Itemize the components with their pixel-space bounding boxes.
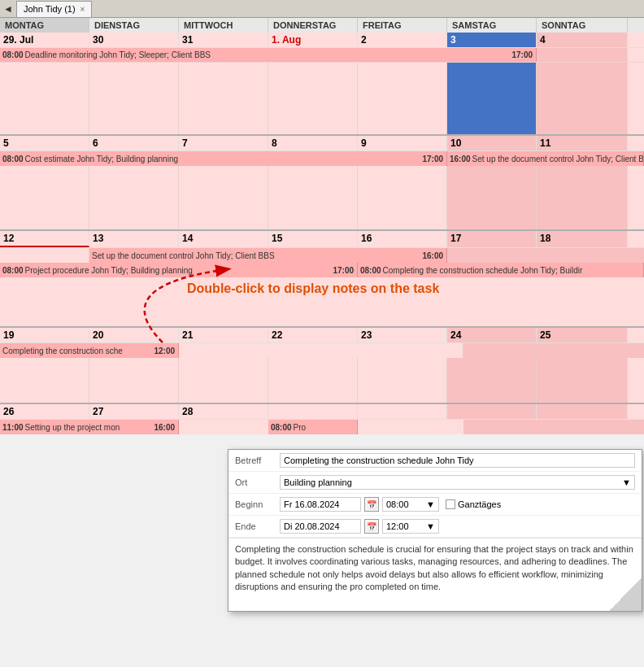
- popup-notes: Completing the construction schedule is …: [228, 538, 642, 611]
- date-3: 3: [447, 33, 537, 47]
- ganztages-checkbox-row: Ganztäges: [446, 499, 501, 509]
- date-2: 2: [358, 33, 447, 47]
- header-freitag: FREITAG: [358, 18, 447, 33]
- date-1aug: 1. Aug: [268, 33, 358, 47]
- date-12: 12: [0, 231, 89, 247]
- date-28: 28: [179, 404, 268, 419]
- popup-beginn-row: Beginn Fr 16.08.2024 📅 08:00 ▼ Ganztäges: [228, 494, 642, 516]
- event-pro-w5[interactable]: 08:00 Pro: [268, 420, 358, 434]
- date-7: 7: [179, 136, 268, 150]
- tab-john-tidy[interactable]: John Tidy (1) ×: [16, 1, 92, 17]
- date-29: [268, 404, 358, 419]
- ende-calendar-icon[interactable]: 📅: [364, 519, 379, 534]
- event-deadline[interactable]: 08:00 Deadline monitoring John Tidy; Sle…: [0, 48, 537, 62]
- date-24: 24: [447, 328, 537, 342]
- date-11: 11: [537, 136, 628, 150]
- date-5: 5: [0, 136, 89, 150]
- header-mittwoch: MITTWOCH: [179, 18, 268, 33]
- date-31: 31: [179, 33, 268, 47]
- date-10: 10: [447, 136, 537, 150]
- date-18: 18: [537, 231, 628, 247]
- date-31b: [447, 404, 537, 419]
- week2-event-rows: 08:00 Cost estimate John Tidy; Building …: [0, 151, 644, 166]
- popup-ende-row: Ende Di 20.08.2024 📅 12:00 ▼: [228, 516, 642, 538]
- header-samstag: SAMSTAG: [447, 18, 537, 33]
- date-23: 23: [358, 328, 447, 342]
- header-donnerstag: DONNERSTAG: [268, 18, 358, 33]
- week2-spacer: [0, 166, 644, 229]
- beginn-label: Beginn: [235, 499, 280, 509]
- tab-title: John Tidy (1): [24, 4, 76, 14]
- beginn-date-row: Fr 16.08.2024 📅 08:00 ▼ Ganztäges: [280, 497, 501, 512]
- header-dienstag: DIENSTAG: [89, 18, 179, 33]
- week3-date-row: 12 13 14 15 16 17 18: [0, 229, 644, 248]
- back-button[interactable]: ◄: [0, 0, 16, 18]
- day-headers: MONTAG DIENSTAG MITTWOCH DONNERSTAG FREI…: [0, 18, 644, 33]
- ende-date-row: Di 20.08.2024 📅 12:00 ▼: [280, 519, 439, 534]
- week1-event-row: 08:00 Deadline monitoring John Tidy; Sle…: [0, 48, 644, 63]
- event-cost[interactable]: 08:00 Cost estimate John Tidy; Building …: [0, 151, 447, 166]
- double-click-note: Double-click to display notes on the tas…: [187, 281, 439, 296]
- week5-event-row: 11:00 Setting up the project mon 16:00 0…: [0, 420, 644, 434]
- page-curl-icon: [609, 578, 642, 611]
- date-4: 4: [537, 33, 628, 47]
- annotation-area: Double-click to display notes on the tas…: [0, 277, 644, 326]
- calendar: MONTAG DIENSTAG MITTWOCH DONNERSTAG FREI…: [0, 18, 644, 434]
- date-17: 17: [447, 231, 537, 247]
- event-setting-up[interactable]: 11:00 Setting up the project mon 16:00: [0, 420, 179, 434]
- date-15: 15: [268, 231, 358, 247]
- week2-date-row: 5 6 7 8 9 10 11: [0, 134, 644, 151]
- event-completing-w3[interactable]: 08:00 Completing the construction schedu…: [358, 263, 644, 277]
- date-30b: [358, 404, 447, 419]
- beginn-calendar-icon[interactable]: 📅: [364, 497, 379, 512]
- ort-value[interactable]: Building planning ▼: [280, 475, 635, 490]
- week1-date-row: 29. Jul 30 31 1. Aug 2 3 4: [0, 33, 644, 48]
- event-doccontrol-w2[interactable]: 16:00 Set up the document control John T…: [447, 151, 644, 166]
- popup-betreff-row: Betreff Completing the construction sche…: [228, 450, 642, 472]
- betreff-value[interactable]: Completing the construction schedule Joh…: [280, 453, 635, 468]
- task-popup: Betreff Completing the construction sche…: [228, 449, 642, 612]
- week1-spacer: [0, 63, 644, 134]
- curved-arrow-icon: [41, 253, 268, 359]
- ort-label: Ort: [235, 477, 280, 487]
- date-30: 30: [89, 33, 179, 47]
- date-sep1: [537, 404, 628, 419]
- header-montag: MONTAG: [0, 18, 89, 33]
- date-6: 6: [89, 136, 179, 150]
- date-9: 9: [358, 136, 447, 150]
- date-26: 26: [0, 404, 89, 419]
- beginn-time-select[interactable]: 08:00 ▼: [382, 497, 439, 512]
- date-22: 22: [268, 328, 358, 342]
- ende-time-select[interactable]: 12:00 ▼: [382, 519, 439, 534]
- tab-close-button[interactable]: ×: [80, 5, 85, 14]
- beginn-date-input[interactable]: Fr 16.08.2024: [280, 497, 361, 512]
- date-16: 16: [358, 231, 447, 247]
- date-13: 13: [89, 231, 179, 247]
- week4-spacer: [0, 358, 644, 403]
- ende-date-input[interactable]: Di 20.08.2024: [280, 519, 361, 534]
- date-14: 14: [179, 231, 268, 247]
- date-25: 25: [537, 328, 628, 342]
- tab-bar: ◄ John Tidy (1) ×: [0, 0, 644, 18]
- date-8: 8: [268, 136, 358, 150]
- date-27: 27: [89, 404, 179, 419]
- ende-label: Ende: [235, 521, 280, 531]
- betreff-label: Betreff: [235, 456, 280, 465]
- ganztages-label: Ganztäges: [458, 499, 501, 509]
- week5-date-row: 26 27 28: [0, 403, 644, 420]
- header-sonntag: SONNTAG: [537, 18, 628, 33]
- popup-ort-row: Ort Building planning ▼: [228, 472, 642, 494]
- ganztages-checkbox[interactable]: [446, 499, 455, 509]
- week1-empty-7: [537, 48, 628, 62]
- date-29jul: 29. Jul: [0, 33, 89, 47]
